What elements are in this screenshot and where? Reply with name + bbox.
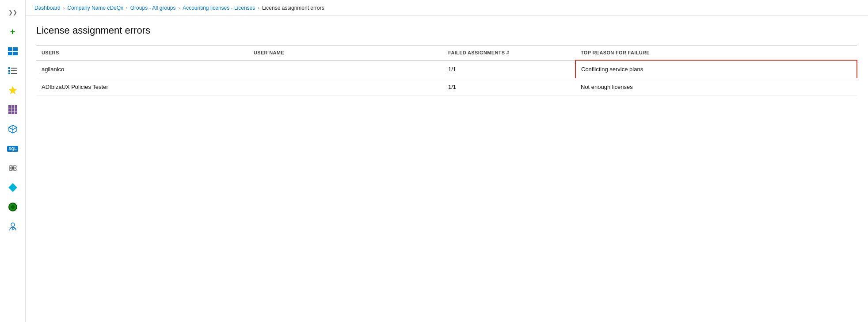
breadcrumb-licenses[interactable]: Accounting licenses - Licenses	[183, 5, 255, 11]
sidebar-item-security[interactable]	[3, 218, 23, 235]
dashboard-icon	[8, 47, 18, 55]
sidebar-item-monitor[interactable]	[3, 198, 23, 216]
svg-rect-1	[13, 47, 18, 51]
sidebar: ❯❯ +	[0, 0, 26, 322]
sidebar-item-collapse[interactable]: ❯❯	[3, 4, 23, 21]
svg-rect-2	[8, 52, 12, 55]
sidebar-item-orbit[interactable]	[3, 159, 23, 177]
breadcrumb-sep-4: ›	[258, 5, 259, 11]
breadcrumb-company[interactable]: Company Name cDeQx	[67, 5, 123, 11]
breadcrumb: Dashboard › Company Name cDeQx › Groups …	[26, 0, 868, 16]
svg-rect-0	[8, 47, 12, 51]
svg-point-31	[11, 223, 15, 226]
svg-rect-4	[8, 67, 10, 69]
svg-rect-18	[11, 111, 14, 114]
package-icon	[8, 124, 18, 134]
sidebar-item-package[interactable]	[3, 120, 23, 138]
svg-rect-15	[11, 108, 14, 111]
breadcrumb-dashboard[interactable]: Dashboard	[34, 5, 61, 11]
sidebar-item-diamond[interactable]	[3, 179, 23, 196]
sidebar-item-favorites[interactable]	[3, 81, 23, 99]
svg-rect-5	[11, 68, 17, 69]
svg-rect-28	[8, 183, 17, 192]
breadcrumb-current: License assignment errors	[262, 5, 324, 11]
breadcrumb-sep-3: ›	[179, 5, 180, 11]
sidebar-item-apps[interactable]	[3, 101, 23, 119]
page-title: License assignment errors	[36, 25, 857, 36]
svg-rect-6	[8, 70, 10, 72]
svg-rect-17	[8, 111, 11, 114]
cell-reason-1: Not enough licenses	[575, 78, 857, 96]
assignments-table: USERS USER NAME FAILED ASSIGNMENTS # TOP…	[36, 45, 857, 96]
sidebar-item-add[interactable]: +	[3, 23, 23, 41]
cell-users-0: agilanico	[36, 60, 248, 78]
sidebar-item-list[interactable]	[3, 62, 23, 80]
svg-rect-3	[13, 52, 18, 55]
svg-line-21	[9, 127, 13, 130]
breadcrumb-sep-1: ›	[63, 5, 65, 11]
user-shield-icon	[8, 222, 18, 231]
svg-rect-9	[11, 73, 17, 74]
cell-failed-0: 1/1	[443, 60, 575, 78]
diamond-icon	[8, 183, 17, 192]
svg-point-30	[11, 205, 15, 209]
svg-rect-16	[15, 108, 17, 111]
svg-rect-12	[11, 105, 14, 108]
cell-failed-1: 1/1	[443, 78, 575, 96]
main-content: Dashboard › Company Name cDeQx › Groups …	[26, 0, 868, 322]
page-area: License assignment errors USERS USER NAM…	[26, 16, 868, 322]
col-header-users: USERS	[36, 46, 248, 61]
list-icon	[8, 67, 17, 75]
col-header-username: USER NAME	[248, 46, 443, 61]
cell-username-0	[248, 60, 443, 78]
cell-reason-0[interactable]: Conflicting service plans	[575, 60, 857, 78]
apps-grid-icon	[8, 105, 17, 114]
orbit-icon	[8, 163, 18, 173]
svg-line-22	[13, 127, 17, 130]
svg-point-25	[11, 167, 14, 169]
table-row[interactable]: ADIbizaUX Policies Tester 1/1 Not enough…	[36, 78, 857, 96]
chevron-right-icon: ❯❯	[8, 9, 17, 15]
plus-icon: +	[10, 27, 15, 37]
sql-icon: SQL	[7, 146, 18, 152]
cell-username-1	[248, 78, 443, 96]
svg-marker-10	[9, 86, 17, 94]
table-header-row: USERS USER NAME FAILED ASSIGNMENTS # TOP…	[36, 46, 857, 61]
table-row[interactable]: agilanico 1/1 Conflicting service plans	[36, 60, 857, 78]
col-header-reason: TOP REASON FOR FAILURE	[575, 46, 857, 61]
breadcrumb-sep-2: ›	[126, 5, 128, 11]
cell-users-1: ADIbizaUX Policies Tester	[36, 78, 248, 96]
monitor-icon	[8, 202, 18, 212]
col-header-failed: FAILED ASSIGNMENTS #	[443, 46, 575, 61]
svg-rect-14	[8, 108, 11, 111]
svg-rect-13	[15, 105, 17, 108]
svg-rect-19	[15, 111, 17, 114]
svg-rect-8	[8, 73, 10, 74]
star-icon	[8, 85, 18, 95]
sidebar-item-sql[interactable]: SQL	[3, 140, 23, 157]
svg-rect-7	[11, 70, 17, 71]
svg-rect-11	[8, 105, 11, 108]
breadcrumb-groups[interactable]: Groups - All groups	[130, 5, 176, 11]
sidebar-item-dashboard[interactable]	[3, 42, 23, 60]
